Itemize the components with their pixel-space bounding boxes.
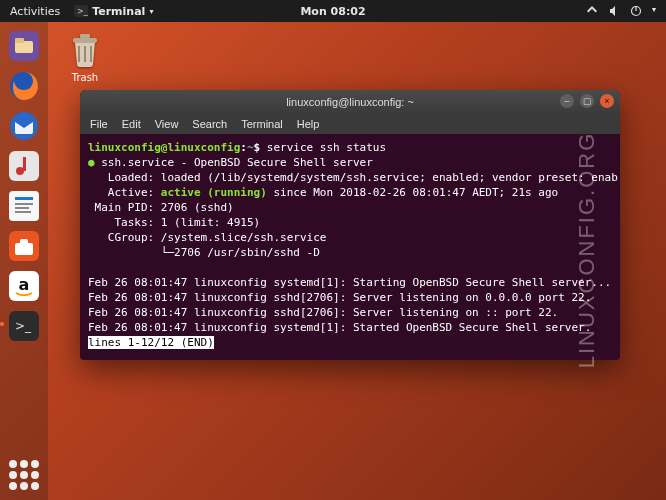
status-dot-icon: ● bbox=[88, 156, 95, 169]
svg-point-12 bbox=[16, 167, 24, 175]
svg-text:a: a bbox=[19, 275, 30, 294]
prompt-path: ~ bbox=[247, 141, 254, 154]
trash-desktop-icon[interactable]: Trash bbox=[60, 30, 110, 83]
pager-end-marker: lines 1-12/12 (END) bbox=[88, 336, 214, 349]
menu-view[interactable]: View bbox=[155, 118, 179, 130]
svg-rect-3 bbox=[635, 6, 636, 11]
show-applications-button[interactable] bbox=[9, 460, 39, 490]
dock-libreoffice-writer[interactable] bbox=[6, 188, 42, 224]
active-app-indicator[interactable]: >_ Terminal ▾ bbox=[74, 5, 153, 18]
window-minimize-button[interactable]: – bbox=[560, 94, 574, 108]
svg-rect-14 bbox=[9, 191, 39, 221]
menu-help[interactable]: Help bbox=[297, 118, 320, 130]
dock-terminal[interactable]: >_ bbox=[6, 308, 42, 344]
terminal-body[interactable]: linuxconfig@linuxconfig:~$ service ssh s… bbox=[80, 134, 620, 360]
chevron-down-icon: ▾ bbox=[149, 7, 153, 16]
svg-text:>_: >_ bbox=[77, 7, 88, 16]
system-tray[interactable]: ▾ bbox=[586, 5, 666, 17]
svg-text:>_: >_ bbox=[15, 319, 32, 333]
svg-point-10 bbox=[10, 112, 38, 140]
activities-button[interactable]: Activities bbox=[10, 5, 60, 18]
dock-firefox[interactable] bbox=[6, 68, 42, 104]
svg-rect-4 bbox=[73, 38, 97, 43]
dock: a >_ bbox=[0, 22, 48, 500]
dock-thunderbird[interactable] bbox=[6, 108, 42, 144]
svg-rect-21 bbox=[20, 239, 28, 245]
svg-rect-16 bbox=[15, 203, 33, 205]
power-icon bbox=[630, 5, 642, 17]
svg-rect-13 bbox=[23, 157, 26, 171]
menu-terminal[interactable]: Terminal bbox=[241, 118, 283, 130]
terminal-menubar: File Edit View Search Terminal Help bbox=[80, 114, 620, 134]
terminal-titlebar[interactable]: linuxconfig@linuxconfig: ~ – ▢ × bbox=[80, 90, 620, 114]
dock-nautilus[interactable] bbox=[6, 28, 42, 64]
network-icon bbox=[586, 5, 598, 17]
terminal-title: linuxconfig@linuxconfig: ~ bbox=[286, 96, 414, 108]
window-close-button[interactable]: × bbox=[600, 94, 614, 108]
prompt-user-host: linuxconfig@linuxconfig bbox=[88, 141, 240, 154]
terminal-mini-icon: >_ bbox=[74, 5, 88, 17]
terminal-command: service ssh status bbox=[267, 141, 386, 154]
svg-rect-18 bbox=[15, 211, 31, 213]
trash-icon bbox=[65, 30, 105, 70]
dock-ubuntu-software[interactable] bbox=[6, 228, 42, 264]
dock-rhythmbox[interactable] bbox=[6, 148, 42, 184]
menu-file[interactable]: File bbox=[90, 118, 108, 130]
window-maximize-button[interactable]: ▢ bbox=[580, 94, 594, 108]
top-panel: Activities >_ Terminal ▾ Mon 08:02 ▾ bbox=[0, 0, 666, 22]
svg-rect-5 bbox=[80, 34, 90, 38]
svg-rect-15 bbox=[15, 197, 33, 200]
service-active-state: active (running) bbox=[161, 186, 267, 199]
menu-search[interactable]: Search bbox=[192, 118, 227, 130]
menu-edit[interactable]: Edit bbox=[122, 118, 141, 130]
svg-rect-17 bbox=[15, 207, 29, 209]
sound-icon bbox=[608, 5, 620, 17]
svg-rect-8 bbox=[15, 38, 24, 43]
terminal-window: linuxconfig@linuxconfig: ~ – ▢ × File Ed… bbox=[80, 90, 620, 360]
chevron-down-icon: ▾ bbox=[652, 5, 656, 17]
dock-amazon[interactable]: a bbox=[6, 268, 42, 304]
clock[interactable]: Mon 08:02 bbox=[300, 5, 365, 18]
trash-label: Trash bbox=[60, 72, 110, 83]
